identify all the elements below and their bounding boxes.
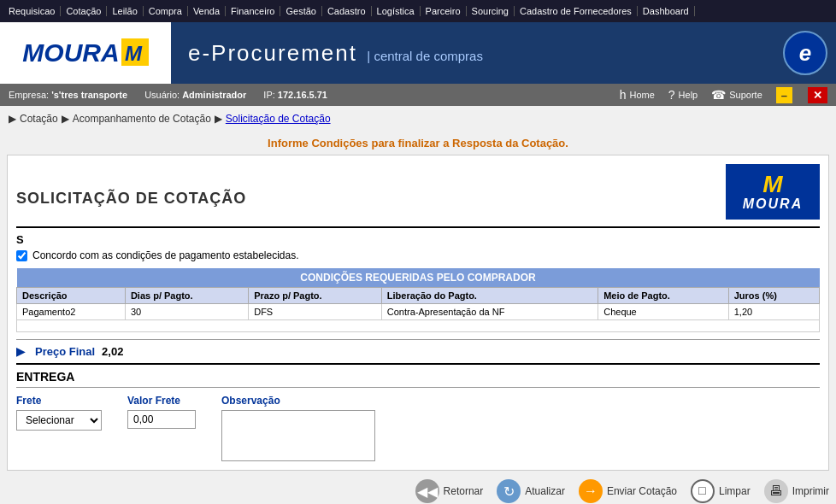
observacao-group: Observação xyxy=(221,395,375,461)
frete-select[interactable]: Selecionar CIF FOB xyxy=(16,410,102,431)
checkbox-row: Concordo com as condições de pagamento e… xyxy=(16,249,820,261)
usuario-value: Administrador xyxy=(182,90,246,100)
cell-dias: 30 xyxy=(125,304,248,320)
entrega-title: ENTREGA xyxy=(16,370,820,388)
valor-frete-input[interactable] xyxy=(127,410,196,429)
atualizar-icon: ↻ xyxy=(497,479,521,503)
logo-moura-text: MOURA xyxy=(22,38,119,67)
frete-label: Frete xyxy=(16,395,102,407)
ip-info: IP: 172.16.5.71 xyxy=(263,90,327,100)
nav-item-parceiro[interactable]: Parceiro xyxy=(421,6,467,16)
limpar-button[interactable]: ☐ Limpar xyxy=(691,479,751,503)
home-icon: h xyxy=(620,88,627,102)
moura-m-icon: M xyxy=(762,173,782,196)
preco-arrow-icon: ▶ xyxy=(16,345,25,358)
payment-checkbox[interactable] xyxy=(16,250,27,261)
cell-liberacao: Contra-Apresentação da NF xyxy=(381,304,598,320)
conditions-header-cell: CONDIÇÕES REQUERIDAS PELO COMPRADOR xyxy=(17,268,820,288)
enviar-icon: → xyxy=(579,479,603,503)
preco-row: ▶ Preço Final 2,02 xyxy=(16,345,820,358)
main-message: Informe Condições para finalizar a Respo… xyxy=(0,132,836,155)
cell-meio: Cheque xyxy=(598,304,729,320)
suporte-link[interactable]: ☎ Suporte xyxy=(711,88,762,102)
empresa-value: 's'tres transporte xyxy=(51,90,127,100)
nav-item-gestão[interactable]: Gestão xyxy=(280,6,321,16)
minimize-button[interactable]: – xyxy=(776,87,792,103)
col-dias: Dias p/ Pagto. xyxy=(125,288,248,304)
limpar-label: Limpar xyxy=(719,485,751,497)
observacao-label: Observação xyxy=(221,395,375,407)
cell-juros: 1,20 xyxy=(728,304,819,320)
limpar-icon: ☐ xyxy=(691,479,715,503)
table-row: Pagamento2 30 DFS Contra-Apresentação da… xyxy=(17,304,820,320)
solicitation-title: SOLICITAÇÃO DE COTAÇÃO xyxy=(16,190,246,208)
conditions-header-row: CONDIÇÕES REQUERIDAS PELO COMPRADOR xyxy=(17,268,820,288)
eprocurement-subtitle: | central de compras xyxy=(367,49,483,63)
retornar-icon: ◀◀ xyxy=(415,479,439,503)
imprimir-label: Imprimir xyxy=(792,485,829,497)
help-icon: ? xyxy=(668,88,675,102)
retornar-label: Retornar xyxy=(444,485,484,497)
cell-prazo: DFS xyxy=(249,304,382,320)
breadcrumb-acompanhamento[interactable]: Acompanhamento de Cotação xyxy=(73,113,211,125)
help-link[interactable]: ? Help xyxy=(668,88,698,102)
main-divider xyxy=(16,226,820,228)
retornar-button[interactable]: ◀◀ Retornar xyxy=(415,479,484,503)
enviar-cotacao-button[interactable]: → Enviar Cotação xyxy=(579,479,677,503)
frete-group: Frete Selecionar CIF FOB xyxy=(16,395,102,431)
logo-section: MOURA M xyxy=(0,22,171,84)
moura-logo-side: M MOURA xyxy=(726,164,820,220)
breadcrumb: ▶ Cotação ▶ Acompanhamento de Cotação ▶ … xyxy=(0,106,836,132)
divider-entrega xyxy=(16,363,820,365)
close-button[interactable]: ✕ xyxy=(808,87,827,103)
nav-item-cotação[interactable]: Cotação xyxy=(61,6,107,16)
conditions-col-header: Descrição Dias p/ Pagto. Prazo p/ Pagto.… xyxy=(17,288,820,304)
nav-item-leilão[interactable]: Leilão xyxy=(107,6,143,16)
header-banner: MOURA M e-Procurement | central de compr… xyxy=(0,22,836,84)
breadcrumb-arrow-1: ▶ xyxy=(62,113,69,125)
phone-icon: ☎ xyxy=(711,88,726,102)
breadcrumb-arrow-2: ▶ xyxy=(215,113,222,125)
empty-row xyxy=(17,320,820,332)
header-actions: h Home ? Help ☎ Suporte – ✕ xyxy=(620,87,827,103)
col-liberacao: Liberação do Pagto. xyxy=(381,288,598,304)
eprocurement-label: e-Procurement xyxy=(188,40,357,66)
bottom-buttons: ◀◀ Retornar ↻ Atualizar → Enviar Cotação… xyxy=(0,471,836,504)
cell-descricao: Pagamento2 xyxy=(17,304,126,320)
valor-frete-group: Valor Frete xyxy=(127,395,196,429)
ip-value: 172.16.5.71 xyxy=(278,90,327,100)
imprimir-button[interactable]: 🖶 Imprimir xyxy=(764,479,829,503)
preco-value: 2,02 xyxy=(102,345,123,358)
solicitation-header: SOLICITAÇÃO DE COTAÇÃO M MOURA xyxy=(16,164,820,220)
preco-label: Preço Final xyxy=(35,345,95,358)
content-area: SOLICITAÇÃO DE COTAÇÃO M MOURA S Concord… xyxy=(7,155,829,471)
nav-item-cadastro[interactable]: Cadastro xyxy=(322,6,372,16)
nav-item-dashboard[interactable]: Dashboard xyxy=(638,6,695,16)
col-juros: Juros (%) xyxy=(728,288,819,304)
usuario-info: Usuário: Administrador xyxy=(144,90,246,100)
nav-item-requisicao[interactable]: Requisicao xyxy=(3,6,61,16)
conditions-table: CONDIÇÕES REQUERIDAS PELO COMPRADOR Desc… xyxy=(16,268,820,332)
atualizar-button[interactable]: ↻ Atualizar xyxy=(497,479,565,503)
observacao-textarea[interactable] xyxy=(221,410,375,461)
top-nav: const navData = JSON.parse(document.getE… xyxy=(0,0,836,22)
e-procurement-icon: e xyxy=(783,31,827,75)
divider-preco xyxy=(16,339,820,340)
nav-item-financeiro[interactable]: Financeiro xyxy=(226,6,280,16)
chevron-right-icon: ▶ xyxy=(9,113,16,125)
home-link[interactable]: h Home xyxy=(620,88,655,102)
breadcrumb-cotacao[interactable]: Cotação xyxy=(20,113,58,125)
nav-item-compra[interactable]: Compra xyxy=(144,6,188,16)
imprimir-icon: 🖶 xyxy=(764,479,788,503)
col-prazo: Prazo p/ Pagto. xyxy=(249,288,382,304)
nav-item-cadastro-de-fornecedores[interactable]: Cadastro de Fornecedores xyxy=(515,6,638,16)
eprocurement-section: e-Procurement | central de compras xyxy=(171,40,783,67)
breadcrumb-solicitacao[interactable]: Solicitação de Cotação xyxy=(226,113,331,125)
svg-text:M: M xyxy=(125,42,143,65)
nav-item-venda[interactable]: Venda xyxy=(188,6,226,16)
nav-item-logística[interactable]: Logística xyxy=(372,6,421,16)
info-bar: Empresa: 's'tres transporte Usuário: Adm… xyxy=(0,84,836,106)
nav-item-sourcing[interactable]: Sourcing xyxy=(467,6,515,16)
valor-frete-label: Valor Frete xyxy=(127,395,196,407)
enviar-label: Enviar Cotação xyxy=(607,485,677,497)
